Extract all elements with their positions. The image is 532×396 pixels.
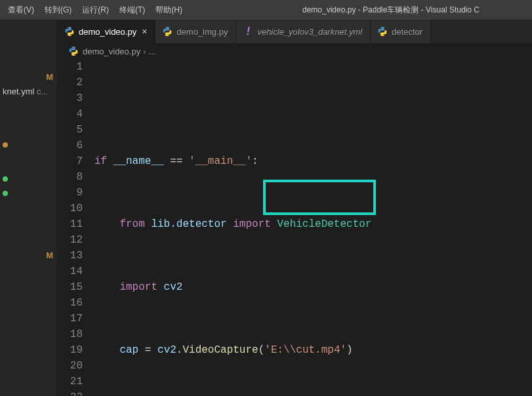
line-number-gutter: 12345678910111213141516171819202122	[58, 59, 94, 396]
list-item[interactable]	[0, 138, 57, 152]
code-lines[interactable]: if __name__ == '__main__': from lib.dete…	[94, 59, 532, 396]
list-item[interactable]	[0, 172, 57, 186]
python-icon	[64, 26, 75, 37]
status-dot-icon	[3, 142, 8, 148]
tab-demo-img[interactable]: demo_img.py	[155, 20, 236, 43]
breadcrumb-more[interactable]: ...	[149, 47, 156, 56]
window-title: demo_video.py - Paddle车辆检测 - Visual Stud…	[302, 5, 532, 16]
tab-yml[interactable]: ! vehicle_yolov3_darknet.yml	[236, 20, 371, 43]
tab-detector[interactable]: detector	[371, 20, 431, 43]
breadcrumb-file[interactable]: demo_video.py	[83, 47, 140, 56]
breadcrumb[interactable]: demo_video.py › ...	[58, 43, 532, 59]
git-modified-badge: M	[46, 250, 53, 260]
list-item[interactable]: M	[0, 69, 57, 84]
tab-label: demo_img.py	[176, 27, 228, 37]
git-modified-badge: M	[46, 72, 53, 82]
tab-label: vehicle_yolov3_darknet.yml	[257, 27, 362, 37]
tab-demo-video[interactable]: demo_video.py ×	[58, 20, 155, 43]
tab-bar: demo_video.py × demo_img.py ! vehicle_yo…	[58, 20, 532, 43]
menu-go[interactable]: 转到(G)	[39, 0, 77, 20]
yml-icon: !	[243, 26, 253, 37]
close-icon[interactable]: ×	[142, 26, 147, 37]
python-icon	[162, 26, 173, 37]
list-item[interactable]: knet.yml c...	[0, 84, 57, 98]
list-item[interactable]: M	[0, 248, 57, 262]
menu-view[interactable]: 查看(V)	[3, 0, 39, 20]
file-label: knet.yml c...	[3, 87, 48, 96]
menu-run[interactable]: 运行(R)	[77, 0, 114, 20]
menu-help[interactable]: 帮助(H)	[150, 0, 188, 20]
python-icon	[377, 26, 388, 37]
status-dot-icon	[3, 191, 8, 196]
menu-bar: 查看(V) 转到(G) 运行(R) 终端(T) 帮助(H) demo_video…	[0, 0, 532, 20]
tab-label: demo_video.py	[79, 27, 136, 37]
menu-terminal[interactable]: 终端(T)	[114, 0, 150, 20]
chevron-right-icon: ›	[143, 47, 146, 56]
status-dot-icon	[3, 176, 8, 182]
code-editor[interactable]: 12345678910111213141516171819202122 if _…	[58, 59, 532, 396]
python-icon	[68, 46, 79, 56]
tab-label: detector	[392, 27, 422, 37]
explorer-sidebar[interactable]: M knet.yml c... M	[0, 20, 58, 396]
editor-area: demo_video.py × demo_img.py ! vehicle_yo…	[58, 20, 532, 396]
list-item[interactable]	[0, 186, 57, 201]
